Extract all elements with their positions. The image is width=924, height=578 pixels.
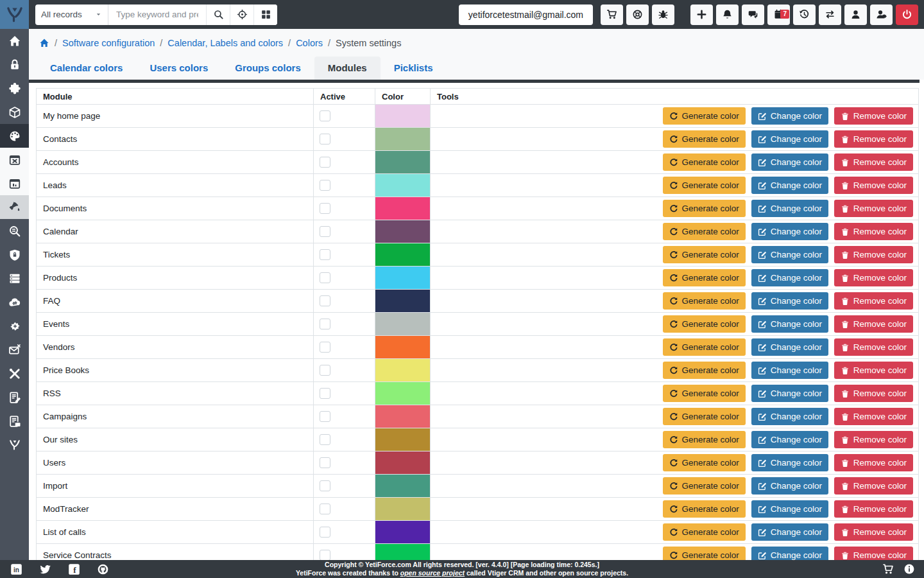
color-swatch[interactable] (375, 498, 431, 521)
color-swatch[interactable] (375, 475, 431, 498)
support-button[interactable] (626, 4, 649, 25)
sidebar-item-document-briefcase[interactable] (0, 409, 29, 433)
sidebar-item-tools[interactable] (0, 362, 29, 385)
active-checkbox[interactable] (320, 157, 330, 168)
generate-color-button[interactable]: Generate color (663, 107, 746, 125)
twitter-icon[interactable] (39, 563, 51, 575)
tab-groups-colors[interactable]: Groups colors (221, 57, 314, 80)
search-scope-select[interactable]: All records (35, 4, 108, 25)
change-color-button[interactable]: Change color (751, 292, 828, 310)
change-color-button[interactable]: Change color (751, 200, 828, 217)
color-swatch[interactable] (375, 290, 431, 313)
active-checkbox[interactable] (320, 110, 330, 121)
remove-color-button[interactable]: Remove color (834, 153, 913, 171)
active-checkbox[interactable] (320, 226, 330, 237)
color-swatch[interactable] (375, 105, 431, 128)
change-color-button[interactable]: Change color (751, 338, 828, 356)
tab-users-colors[interactable]: Users colors (136, 57, 221, 80)
breadcrumb-link[interactable]: Colors (296, 38, 323, 48)
generate-color-button[interactable]: Generate color (663, 500, 746, 518)
generate-color-button[interactable]: Generate color (663, 130, 746, 148)
yetiforce-logo[interactable] (0, 0, 29, 29)
remove-color-button[interactable]: Remove color (834, 292, 913, 310)
user-gear-button[interactable] (870, 4, 893, 25)
change-color-button[interactable]: Change color (751, 523, 828, 541)
remove-color-button[interactable]: Remove color (834, 177, 913, 194)
sidebar-item-lock[interactable] (0, 53, 29, 76)
change-color-button[interactable]: Change color (751, 362, 828, 379)
facebook-icon[interactable]: f (68, 563, 80, 575)
logout-power-button[interactable] (896, 4, 918, 25)
generate-color-button[interactable]: Generate color (663, 269, 746, 286)
remove-color-button[interactable]: Remove color (834, 130, 913, 148)
search-button[interactable] (206, 4, 230, 25)
sidebar-item-blocks-cube[interactable] (0, 100, 29, 124)
sidebar-item-calendar-labels[interactable] (0, 171, 29, 195)
active-checkbox[interactable] (320, 457, 330, 468)
generate-color-button[interactable]: Generate color (663, 362, 746, 379)
change-color-button[interactable]: Change color (751, 107, 828, 125)
crosshair-button[interactable] (230, 4, 253, 25)
generate-color-button[interactable]: Generate color (663, 153, 746, 171)
generate-color-button[interactable]: Generate color (663, 454, 746, 471)
change-color-button[interactable]: Change color (751, 500, 828, 518)
color-swatch[interactable] (375, 128, 431, 151)
active-checkbox[interactable] (320, 527, 330, 538)
tab-calendar-colors[interactable]: Calendar colors (37, 57, 136, 80)
generate-color-button[interactable]: Generate color (663, 315, 746, 333)
remove-color-button[interactable]: Remove color (834, 362, 913, 379)
active-checkbox[interactable] (320, 272, 330, 283)
active-checkbox[interactable] (320, 434, 330, 445)
user-button[interactable] (844, 4, 867, 25)
remove-color-button[interactable]: Remove color (834, 454, 913, 471)
sidebar-item-calendar-config[interactable] (0, 148, 29, 171)
active-checkbox[interactable] (320, 342, 330, 353)
remove-color-button[interactable]: Remove color (834, 385, 913, 402)
history-button[interactable] (793, 4, 816, 25)
sidebar-item-security-shield[interactable] (0, 243, 29, 267)
sidebar-item-home[interactable] (0, 29, 29, 53)
home-icon[interactable] (39, 38, 49, 48)
change-color-button[interactable]: Change color (751, 477, 828, 495)
generate-color-button[interactable]: Generate color (663, 408, 746, 425)
sidebar-item-colors-palette[interactable] (0, 124, 29, 148)
plus-button[interactable] (690, 4, 713, 25)
generate-color-button[interactable]: Generate color (663, 477, 746, 495)
remove-color-button[interactable]: Remove color (834, 338, 913, 356)
sidebar-item-yetiforce[interactable] (0, 433, 29, 457)
remove-color-button[interactable]: Remove color (834, 408, 913, 425)
tab-modules[interactable]: Modules (314, 57, 381, 80)
remove-color-button[interactable]: Remove color (834, 246, 913, 263)
sidebar-item-automation-gear[interactable] (0, 314, 29, 338)
remove-color-button[interactable]: Remove color (834, 431, 913, 448)
remove-color-button[interactable]: Remove color (834, 523, 913, 541)
sidebar-item-server[interactable] (0, 267, 29, 290)
change-color-button[interactable]: Change color (751, 315, 828, 333)
tab-picklists[interactable]: Picklists (381, 57, 447, 80)
color-swatch[interactable] (375, 359, 431, 382)
cart-icon[interactable] (882, 563, 894, 575)
chat-button[interactable] (742, 4, 764, 25)
sidebar-item-mail-tools[interactable] (0, 338, 29, 362)
active-checkbox[interactable] (320, 504, 330, 514)
change-color-button[interactable]: Change color (751, 385, 828, 402)
sidebar-item-document-edit[interactable] (0, 385, 29, 409)
bug-button[interactable] (652, 4, 674, 25)
color-swatch[interactable] (375, 151, 431, 174)
search-input[interactable] (108, 4, 206, 25)
color-swatch[interactable] (375, 267, 431, 290)
breadcrumb-link[interactable]: Calendar, Labels and colors (167, 38, 283, 48)
change-color-button[interactable]: Change color (751, 269, 828, 286)
change-color-button[interactable]: Change color (751, 431, 828, 448)
change-color-button[interactable]: Change color (751, 223, 828, 240)
active-checkbox[interactable] (320, 480, 330, 491)
cart-button[interactable] (601, 4, 623, 25)
color-swatch[interactable] (375, 313, 431, 336)
active-checkbox[interactable] (320, 365, 330, 376)
generate-color-button[interactable]: Generate color (663, 523, 746, 541)
sidebar-item-colors-paint[interactable] (0, 195, 29, 219)
github-icon[interactable] (97, 563, 109, 575)
remove-color-button[interactable]: Remove color (834, 477, 913, 495)
color-swatch[interactable] (375, 382, 431, 405)
remove-color-button[interactable]: Remove color (834, 107, 913, 125)
